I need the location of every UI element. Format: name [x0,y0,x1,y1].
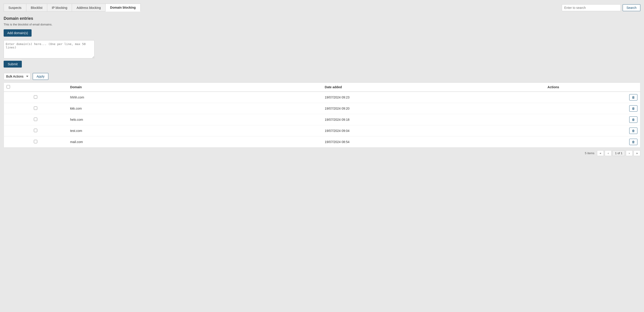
tab-ip-blocking[interactable]: IP blocking [47,4,72,12]
date-cell: 19/07/2024 09:23 [322,92,545,103]
row-checkbox-cell [4,136,68,147]
delete-button-1[interactable]: 🗑 [629,105,638,112]
domain-table: Domain Date added Actions hhhh.com 19/07… [4,83,640,147]
search-area: Search [562,4,640,11]
table-row: kkk.com 19/07/2024 09:20 🗑 [4,103,640,114]
actions-cell: 🗑 [545,136,640,147]
prev-page-button[interactable]: ‹ [605,150,612,156]
trash-icon: 🗑 [632,118,635,121]
row-checkbox-2[interactable] [34,118,37,121]
trash-icon: 🗑 [632,129,635,132]
row-checkbox-0[interactable] [34,95,37,99]
section-desc: This is the blocklist of email domains. [4,23,640,26]
last-page-button[interactable]: » [634,150,640,156]
delete-button-4[interactable]: 🗑 [629,139,638,145]
actions-cell: 🗑 [545,125,640,136]
tabs-bar: Suspects Blocklist IP blocking Address b… [4,4,640,12]
main-content: Domain entries This is the blocklist of … [4,16,640,156]
apply-button[interactable]: Apply [33,73,48,80]
domain-textarea[interactable] [4,40,94,58]
tab-domain-blocking[interactable]: Domain blocking [105,4,140,12]
row-checkbox-cell [4,125,68,136]
page-container: Suspects Blocklist IP blocking Address b… [0,0,644,312]
select-all-header [4,83,68,92]
date-cell: 19/07/2024 09:20 [322,103,545,114]
items-count: 5 items [585,151,594,155]
domain-cell: helo.com [68,114,322,125]
row-checkbox-3[interactable] [34,129,37,132]
current-page-indicator: 1 of 1 [612,150,625,156]
domain-cell: mail.com [68,136,322,147]
section-title: Domain entries [4,16,640,21]
table-row: hhhh.com 19/07/2024 09:23 🗑 [4,92,640,103]
row-checkbox-cell [4,92,68,103]
actions-cell: 🗑 [545,103,640,114]
pagination-row: 5 items « ‹ 1 of 1 › » [4,150,640,156]
trash-icon: 🗑 [632,107,635,110]
date-cell: 19/07/2024 09:18 [322,114,545,125]
actions-header: Actions [545,83,640,92]
date-cell: 19/07/2024 08:54 [322,136,545,147]
first-page-button[interactable]: « [597,150,604,156]
bulk-actions-row: Bulk Actions Apply [4,73,640,80]
trash-icon: 🗑 [632,140,635,144]
tabs-left: Suspects Blocklist IP blocking Address b… [4,4,140,12]
row-checkbox-4[interactable] [34,140,37,143]
domain-cell: hhhh.com [68,92,322,103]
date-cell: 19/07/2024 09:04 [322,125,545,136]
search-input[interactable] [562,4,621,11]
add-domains-button[interactable]: Add domain(s) [4,29,32,37]
date-added-header: Date added [322,83,545,92]
tab-address-blocking[interactable]: Address blocking [72,4,105,12]
delete-button-3[interactable]: 🗑 [629,127,638,134]
bulk-actions-select[interactable]: Bulk Actions [4,73,30,80]
trash-icon: 🗑 [632,95,635,99]
domain-header: Domain [68,83,322,92]
row-checkbox-cell [4,103,68,114]
domain-cell: kkk.com [68,103,322,114]
delete-button-2[interactable]: 🗑 [629,116,638,123]
table-row: mail.com 19/07/2024 08:54 🗑 [4,136,640,147]
tab-suspects[interactable]: Suspects [4,4,26,12]
domain-cell: test.com [68,125,322,136]
search-button[interactable]: Search [623,4,640,11]
row-checkbox-cell [4,114,68,125]
select-all-checkbox[interactable] [6,85,10,88]
row-checkbox-1[interactable] [34,106,37,110]
submit-button[interactable]: Submit [4,61,22,68]
tab-blocklist[interactable]: Blocklist [26,4,47,12]
actions-cell: 🗑 [545,92,640,103]
table-row: test.com 19/07/2024 09:04 🗑 [4,125,640,136]
delete-button-0[interactable]: 🗑 [629,94,638,100]
table-row: helo.com 19/07/2024 09:18 🗑 [4,114,640,125]
next-page-button[interactable]: › [626,150,633,156]
actions-cell: 🗑 [545,114,640,125]
